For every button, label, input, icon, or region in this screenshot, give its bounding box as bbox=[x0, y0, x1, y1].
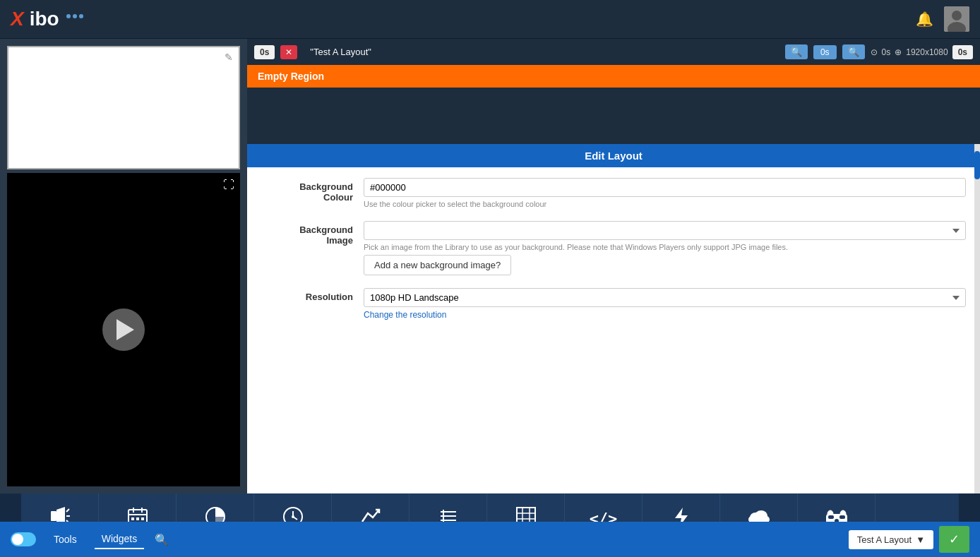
time-badge-left: 0s bbox=[254, 45, 275, 59]
bottom-toolbar: Tools Widgets 🔍 Test A Layout ▼ ✓ bbox=[0, 522, 980, 557]
dimensions-text: 1920x1080 bbox=[906, 47, 948, 57]
scrollbar-track[interactable] bbox=[974, 144, 980, 493]
tools-tab[interactable]: Tools bbox=[47, 530, 84, 549]
resolution-row: Resolution 1080p HD Landscape Change the… bbox=[261, 288, 966, 320]
resolution-select[interactable]: 1080p HD Landscape bbox=[364, 288, 966, 307]
bg-image-select[interactable] bbox=[364, 221, 966, 240]
logo-x: X bbox=[11, 8, 24, 30]
preview-area: ✎ bbox=[7, 46, 240, 169]
size-icon: ⊕ bbox=[895, 47, 902, 57]
edit-layout-title: Edit Layout bbox=[585, 150, 643, 162]
time-badge-blue: 0s bbox=[813, 45, 837, 59]
play-button[interactable] bbox=[102, 309, 145, 351]
widgets-tab[interactable]: Widgets bbox=[95, 529, 145, 549]
svg-rect-37 bbox=[839, 515, 845, 519]
bell-icon[interactable]: 🔔 bbox=[916, 11, 933, 28]
bg-colour-row: BackgroundColour Use the colour picker t… bbox=[261, 178, 966, 208]
bg-image-label: BackgroundImage bbox=[261, 221, 353, 246]
duration-display: 0s bbox=[882, 47, 891, 57]
zoom-out-button[interactable]: 🔍 bbox=[785, 44, 808, 59]
meta-info: ⊙ 0s ⊕ 1920x1080 0s bbox=[871, 45, 973, 59]
scrollbar-thumb[interactable] bbox=[974, 151, 980, 179]
edit-layout-header: Edit Layout bbox=[247, 144, 980, 167]
time-icon: ⊙ bbox=[871, 47, 878, 57]
resolution-label: Resolution bbox=[261, 288, 353, 302]
video-area: ⛶ bbox=[7, 173, 240, 486]
bg-colour-input[interactable] bbox=[364, 178, 966, 197]
svg-line-5 bbox=[66, 509, 69, 512]
preview-edit-icon[interactable]: ✎ bbox=[225, 52, 233, 63]
region-bar[interactable]: Empty Region bbox=[247, 65, 980, 88]
close-button[interactable]: ✕ bbox=[280, 45, 297, 59]
bg-image-value: Pick an image from the Library to use as… bbox=[364, 221, 966, 275]
form-section: BackgroundColour Use the colour picker t… bbox=[247, 167, 980, 343]
svg-rect-36 bbox=[828, 515, 834, 519]
svg-point-1 bbox=[952, 11, 962, 20]
bg-colour-value: Use the colour picker to select the back… bbox=[364, 178, 966, 208]
left-panel: ✎ ⛶ bbox=[0, 39, 247, 493]
svg-rect-3 bbox=[51, 511, 56, 521]
fullscreen-icon[interactable]: ⛶ bbox=[223, 179, 234, 191]
bg-image-row: BackgroundImage Pick an image from the L… bbox=[261, 221, 966, 275]
logo[interactable]: X ibo bbox=[11, 8, 83, 30]
right-layout: 0s ✕ "Test A Layout" 🔍 0s 🔍 ⊙ 0s ⊕ 1920x… bbox=[247, 39, 980, 493]
bg-colour-help: Use the colour picker to select the back… bbox=[364, 200, 966, 208]
toggle-switch[interactable] bbox=[11, 532, 36, 546]
bg-colour-label: BackgroundColour bbox=[261, 178, 353, 203]
edit-panel: Edit Layout BackgroundColour Use the col… bbox=[247, 144, 980, 493]
logo-ibo: ibo bbox=[30, 8, 59, 30]
toggle-knob bbox=[12, 534, 23, 545]
layout-name-display: "Test A Layout" bbox=[303, 44, 779, 59]
avatar[interactable] bbox=[944, 6, 969, 32]
timeline-empty bbox=[247, 88, 980, 144]
empty-region-label: Empty Region bbox=[258, 71, 324, 82]
nav-right: 🔔 bbox=[916, 6, 969, 32]
svg-rect-12 bbox=[131, 517, 134, 520]
layout-selector-name: Test A Layout bbox=[857, 534, 912, 545]
save-button[interactable]: ✓ bbox=[939, 526, 969, 553]
svg-point-19 bbox=[292, 515, 294, 518]
timeline-bar: 0s ✕ "Test A Layout" 🔍 0s 🔍 ⊙ 0s ⊕ 1920x… bbox=[247, 39, 980, 65]
layout-selector[interactable]: Test A Layout ▼ bbox=[849, 530, 933, 549]
layout-selector-arrow: ▼ bbox=[916, 534, 925, 545]
svg-rect-14 bbox=[141, 517, 144, 520]
add-bg-button[interactable]: Add a new background image? bbox=[364, 255, 511, 275]
edit-form-wrapper: Edit Layout BackgroundColour Use the col… bbox=[247, 144, 980, 493]
change-res-link[interactable]: Change the resolution bbox=[364, 310, 966, 320]
bg-image-help: Pick an image from the Library to use as… bbox=[364, 243, 966, 251]
resolution-value: 1080p HD Landscape Change the resolution bbox=[364, 288, 966, 320]
svg-point-32 bbox=[755, 510, 767, 522]
top-nav: X ibo 🔔 bbox=[0, 0, 980, 39]
svg-rect-13 bbox=[136, 517, 139, 520]
search-icon-toolbar[interactable]: 🔍 bbox=[155, 533, 169, 546]
time-badge-right: 0s bbox=[952, 45, 973, 59]
zoom-in-button[interactable]: 🔍 bbox=[842, 44, 865, 59]
